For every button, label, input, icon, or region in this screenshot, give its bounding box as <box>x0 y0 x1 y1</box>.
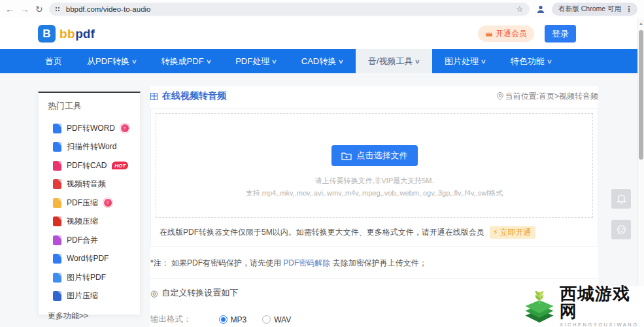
nav-item-to-pdf[interactable]: 转换成PDF ∨ <box>149 49 224 73</box>
pdf-password-remove-link[interactable]: PDF密码解除 <box>283 258 330 267</box>
file-icon <box>53 235 61 245</box>
nav-label: 转换成PDF <box>161 49 204 73</box>
nav-label: 首页 <box>45 49 62 73</box>
nav-label: CAD转换 <box>301 49 336 73</box>
breadcrumb-text: 当前位置:首页>视频转音频 <box>505 91 598 102</box>
hot-up-badge-icon: ↑ <box>120 124 129 133</box>
file-icon <box>53 179 61 189</box>
watermark-title: 西城游戏网 <box>560 285 644 321</box>
nav-label: PDF处理 <box>235 49 269 73</box>
section-divider <box>150 278 598 279</box>
sidebar-item-image-compress[interactable]: 图片压缩 <box>48 287 140 306</box>
chevron-down-icon: ∨ <box>131 50 137 74</box>
file-dropzone[interactable]: 点击选择文件 请上传要转换文件,非VIP最大支持5M. 支持.mp4,.mkv,… <box>156 113 593 218</box>
sidebar-item-image-to-pdf[interactable]: 图片转PDF <box>48 268 140 287</box>
main-nav: 首页 从PDF转换 ∨ 转换成PDF ∨ PDF处理 ∨ CAD转换 ∨ 音/视… <box>0 49 644 73</box>
customer-service-chat-button[interactable] <box>611 220 631 239</box>
note-text-after: 去除加密保护再上传文件； <box>333 258 427 267</box>
note-text-before: 如果PDF有密码保护，请先使用 <box>171 258 283 267</box>
logo-text-bb: bb <box>59 27 75 41</box>
folder-icon <box>341 152 352 160</box>
file-icon <box>53 273 61 283</box>
profile-icon[interactable] <box>535 4 546 14</box>
page-title: 在线视频转音频 <box>162 90 226 102</box>
chevron-down-icon: ∨ <box>338 50 344 74</box>
watermark: 西城游戏网 XICHENGYOUXIWANG <box>518 286 644 327</box>
tool-label: PDF转WORD <box>67 123 115 134</box>
select-file-button[interactable]: 点击选择文件 <box>331 145 418 166</box>
more-tools-link[interactable]: 更多功能>> <box>48 311 140 322</box>
radio-option-wav[interactable]: WAV <box>262 315 291 324</box>
output-format-label: 输出格式： <box>150 314 192 325</box>
password-note: *注： 如果PDF有密码保护，请先使用 PDF密码解除 去除加密保护再上传文件； <box>150 258 598 269</box>
sidebar-item-pdf-compress[interactable]: PDF压缩 ↑ <box>48 194 140 213</box>
file-icon <box>53 142 61 152</box>
file-icon <box>53 216 61 226</box>
nav-item-cad[interactable]: CAD转换 ∨ <box>289 49 356 73</box>
tool-label: 视频压缩 <box>67 216 98 227</box>
nav-item-features[interactable]: 特色功能 ∨ <box>498 49 564 73</box>
tool-label: 视频转音频 <box>67 179 106 190</box>
address-bar[interactable]: bbpdf.com/video-to-audio ☆ <box>49 3 530 16</box>
radio-wav-label: WAV <box>274 315 291 324</box>
nav-item-image[interactable]: 图片处理 ∨ <box>432 49 498 73</box>
logo-b-icon: B <box>38 25 56 43</box>
url-text[interactable]: bbpdf.com/video-to-audio <box>66 5 511 13</box>
grid-icon <box>150 93 158 100</box>
chrome-update-chip[interactable]: 有新版 Chrome 可用 ⋮ <box>552 3 637 16</box>
radio-option-mp3[interactable]: MP3 <box>219 315 247 324</box>
radio-mp3[interactable] <box>219 315 228 324</box>
login-button[interactable]: 登录 <box>545 25 576 43</box>
open-vip-label: 开通会员 <box>496 28 527 39</box>
file-icon <box>53 254 61 264</box>
open-now-link[interactable]: ⚡ 立即开通 <box>490 226 536 239</box>
lightning-icon: ⚡ <box>493 228 498 237</box>
logo-text-pdf: pdf <box>75 27 95 41</box>
chrome-update-label: 有新版 Chrome 可用 <box>558 5 621 14</box>
forward-icon[interactable]: → <box>20 5 29 14</box>
nav-item-pdf-process[interactable]: PDF处理 ∨ <box>223 49 289 73</box>
output-format-group: MP3 WAV <box>219 315 292 324</box>
sidebar-item-pdf-to-cad[interactable]: PDF转CAD HOT <box>48 156 140 175</box>
watermark-logo-icon <box>522 288 557 325</box>
radio-wav[interactable] <box>262 315 271 324</box>
sidebar-item-pdf-to-word[interactable]: PDF转WORD ↑ <box>48 119 140 138</box>
nav-label: 音/视频工具 <box>368 49 413 73</box>
note-prefix: *注： <box>150 258 169 267</box>
nav-label: 图片处理 <box>445 49 479 73</box>
file-icon <box>53 198 61 208</box>
reload-icon[interactable]: ↻ <box>35 5 43 14</box>
nav-item-audio-video[interactable]: 音/视频工具 ∨ <box>356 49 432 73</box>
browser-menu-icon[interactable]: ⋮ <box>625 5 633 14</box>
watermark-subtitle: XICHENGYOUXIWANG <box>560 322 644 327</box>
chevron-down-icon: ∨ <box>205 50 211 74</box>
radio-mp3-label: MP3 <box>231 315 247 324</box>
file-icon <box>53 161 61 171</box>
tool-label: 图片转PDF <box>67 272 106 283</box>
sidebar-item-video-to-audio[interactable]: 视频转音频 <box>48 175 140 194</box>
back-icon[interactable]: ← <box>5 5 14 14</box>
settings-target-icon: ◎ <box>150 288 158 298</box>
hot-tools-sidebar: 热门工具 PDF转WORD ↑ 扫描件转Word PDF转CAD HOT 视频转… <box>38 92 141 315</box>
hot-badge: HOT <box>112 162 128 169</box>
nav-item-home[interactable]: 首页 <box>33 49 75 73</box>
chat-face-icon <box>616 224 627 235</box>
sidebar-item-video-compress[interactable]: 视频压缩 <box>48 213 140 232</box>
four-dots-icon[interactable] <box>56 7 57 9</box>
scroll-up-arrow-icon[interactable]: ▲ <box>638 18 644 26</box>
sidebar-item-scan-to-word[interactable]: 扫描件转Word <box>48 138 140 157</box>
bookmark-star-icon[interactable]: ☆ <box>517 5 524 14</box>
sidebar-item-pdf-merge[interactable]: PDF合并 <box>48 231 140 250</box>
notice-text: 在线版PDF转换器文件仅限于5M以内。如需转换更大文件、更多格式文件，请开通在线… <box>160 227 484 238</box>
open-vip-button[interactable]: 开通会员 <box>478 26 534 42</box>
sidebar-item-word-to-pdf[interactable]: Word转PDF <box>48 250 140 269</box>
tool-label: PDF合并 <box>67 235 98 246</box>
page-scrollbar[interactable]: ▲ <box>637 18 644 327</box>
breadcrumb: 当前位置:首页>视频转音频 <box>497 91 598 102</box>
notification-bell-button[interactable] <box>611 189 631 209</box>
chevron-down-icon: ∨ <box>415 50 420 74</box>
scrollbar-thumb[interactable] <box>639 30 643 160</box>
tool-label: PDF转CAD <box>67 160 107 171</box>
site-logo[interactable]: B bb pdf <box>38 25 95 43</box>
nav-item-from-pdf[interactable]: 从PDF转换 ∨ <box>75 49 149 73</box>
